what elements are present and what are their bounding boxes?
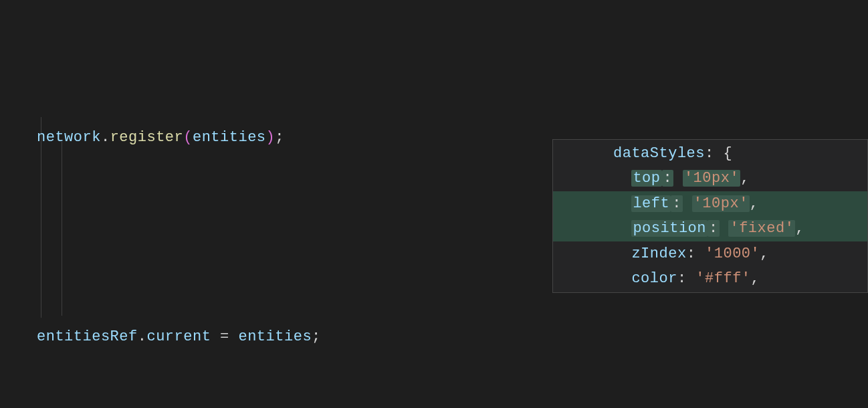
paren: ( <box>183 129 193 146</box>
brace: { <box>723 145 732 162</box>
suggestion-line: left: '10px', <box>553 191 867 216</box>
suggestion-line: position: 'fixed', <box>553 216 867 241</box>
property: color <box>631 270 677 287</box>
punctuation: ; <box>275 129 284 146</box>
punctuation: ; <box>312 328 321 345</box>
property: dataStyles <box>613 145 705 162</box>
punctuation: . <box>101 129 110 146</box>
suggestion-line: dataStyles: { <box>553 141 867 166</box>
identifier: entitiesRef <box>37 328 138 345</box>
property: top <box>631 170 661 187</box>
property: current <box>146 328 211 345</box>
identifier: network <box>37 129 101 146</box>
code-line[interactable]: entitiesRef.current = entities; <box>37 324 868 349</box>
string: '10px' <box>683 170 740 187</box>
paren: ) <box>266 129 276 146</box>
string: 'fixed' <box>728 220 795 237</box>
punctuation: . <box>138 328 147 345</box>
operator: = <box>211 328 238 345</box>
suggestion-line: color: '#fff', <box>553 266 867 291</box>
identifier: entities <box>193 129 266 146</box>
identifier: entities <box>238 328 312 345</box>
property: left <box>631 195 671 212</box>
suggestion-line: top: '10px', <box>553 166 867 191</box>
inline-suggestion-panel[interactable]: dataStyles: { top: '10px', left: '10px',… <box>552 139 868 293</box>
suggestion-line: zIndex: '1000', <box>553 241 867 266</box>
property: zIndex <box>631 245 686 262</box>
string: '#fff' <box>695 270 750 287</box>
property: position <box>631 220 708 237</box>
string: '1000' <box>705 245 760 262</box>
string: '10px' <box>692 195 750 212</box>
function-name: register <box>110 129 184 146</box>
